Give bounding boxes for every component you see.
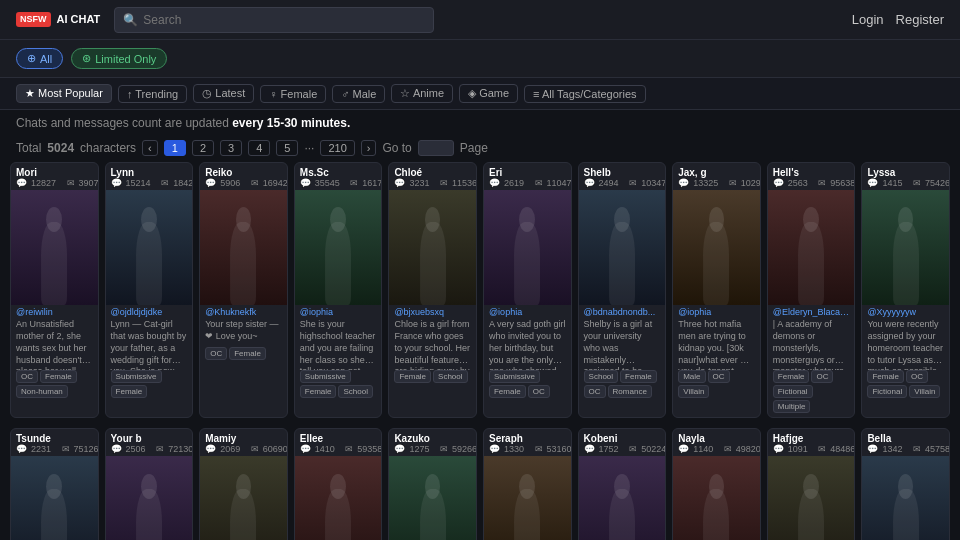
sort-trending[interactable]: ↑ Trending [118,85,187,103]
msg-icon: ✉ [724,444,732,454]
char-image [106,456,193,540]
char-tag[interactable]: Villain [909,385,940,398]
sort-female[interactable]: ♀ Female [260,85,326,103]
page-3[interactable]: 3 [220,140,242,156]
char-stats: 💬2506 ✉72130 [111,444,188,454]
chat-icon: 💬 [16,178,27,188]
char-card[interactable]: Ellee💬1410 ✉59358@XyiophoneQueen Ellee i… [294,428,383,540]
char-tag[interactable]: Female [300,385,337,398]
chat-icon: 💬 [867,178,878,188]
char-tag[interactable]: School [433,370,467,383]
char-name: Tsunde [16,433,93,444]
char-tag[interactable]: School [584,370,618,383]
char-card[interactable]: Lyssa💬1415 ✉75426@XyyyyyywYou were recen… [861,162,950,418]
char-tag[interactable]: Female [867,370,904,383]
char-card[interactable]: Kazuko💬1275 ✉59266@LeftloversReco...You … [388,428,477,540]
next-page[interactable]: › [361,140,377,156]
char-card[interactable]: Seraph💬1330 ✉53160@cuknuknusYou were a v… [483,428,572,540]
char-tag[interactable]: Female [111,385,148,398]
page-210[interactable]: 210 [320,140,354,156]
search-input[interactable] [143,13,425,27]
sort-popular[interactable]: ★ Most Popular [16,84,112,103]
page-5[interactable]: 5 [276,140,298,156]
char-card[interactable]: Reiko💬5906 ✉169424@KhuknekfkYour step si… [199,162,288,418]
prev-page[interactable]: ‹ [142,140,158,156]
char-tag[interactable]: Female [620,370,657,383]
char-card[interactable]: Tsunde💬2231 ✉75126@FartmanequarYour room… [10,428,99,540]
char-card[interactable]: Your b💬2506 ✉72130@iophiaShe's your uncl… [105,428,194,540]
page-4[interactable]: 4 [248,140,270,156]
char-card[interactable]: Shelb💬2494 ✉103476@bdnabdnondb...Shelby … [578,162,667,418]
char-tag[interactable]: OC [708,370,730,383]
page-2[interactable]: 2 [192,140,214,156]
char-stats: 💬1410 ✉59358 [300,444,377,454]
sort-male[interactable]: ♂ Male [332,85,385,103]
sort-all-tags[interactable]: ≡ All Tags/Categories [524,85,645,103]
char-image [579,190,666,305]
char-tag[interactable]: Non-human [16,385,68,398]
char-card[interactable]: Mamiy💬2069 ✉60690@KravygtThe story takes… [199,428,288,540]
chat-icon: 💬 [205,178,216,188]
char-name: Ellee [300,433,377,444]
sort-bar: ★ Most Popular ↑ Trending ◷ Latest ♀ Fem… [0,78,960,110]
char-card[interactable]: Nayla💬1140 ✉49820@iophiaYou're walking o… [672,428,761,540]
char-card[interactable]: Eri💬2619 ✉110478@iophiaA very sad goth g… [483,162,572,418]
char-tag[interactable]: Female [40,370,77,383]
char-card[interactable]: Hell's💬2563 ✉95638@Elderyn_Blacac...| A … [767,162,856,418]
msg-icon: ✉ [345,444,353,454]
char-tag[interactable]: Romance [608,385,652,398]
char-stats: 💬1752 ✉50224 [584,444,661,454]
char-tag[interactable]: Fictional [773,385,813,398]
char-card[interactable]: Jax, g💬13325 ✉102930@iophiaThree hot maf… [672,162,761,418]
char-card[interactable]: Ms.Sc💬35545 ✉161714@iophiaShe is your hi… [294,162,383,418]
register-button[interactable]: Register [896,12,944,27]
msg-icon: ✉ [440,178,448,188]
char-tag[interactable]: OC [906,370,928,383]
char-tag[interactable]: Submissive [111,370,162,383]
filter-all[interactable]: ⊕ All [16,48,63,69]
char-name: Your b [111,433,188,444]
char-card[interactable]: Lynn💬15214 ✉184244@ojdldjdjdkeLynn — Cat… [105,162,194,418]
char-tag[interactable]: Female [229,347,266,360]
search-bar[interactable]: 🔍 [114,7,434,33]
char-tag[interactable]: School [338,385,372,398]
char-tag[interactable]: Female [394,370,431,383]
char-card[interactable]: Kobeni💬1752 ✉50224@kpx3The punching bag … [578,428,667,540]
char-tags: FemaleOCFictionalMultiple [768,370,855,417]
char-stats: 💬1091 ✉48486 [773,444,850,454]
char-tag[interactable]: Male [678,370,705,383]
char-tag[interactable]: Villain [678,385,709,398]
char-tag[interactable]: Female [773,370,810,383]
char-name: Kazuko [394,433,471,444]
char-tag[interactable]: Fictional [867,385,907,398]
char-tag[interactable]: OC [584,385,606,398]
goto-input[interactable] [418,140,454,156]
char-tag[interactable]: Submissive [489,370,540,383]
char-tag[interactable]: OC [205,347,227,360]
sort-latest[interactable]: ◷ Latest [193,84,254,103]
char-tag[interactable]: OC [811,370,833,383]
char-stats: 💬2494 ✉103476 [584,178,661,188]
login-button[interactable]: Login [852,12,884,27]
sort-game[interactable]: ◈ Game [459,84,518,103]
char-tags: OCFemale [200,347,287,364]
char-tag[interactable]: OC [16,370,38,383]
char-card[interactable]: Mori💬12827 ✉390746@reiwilinAn Unsatisfie… [10,162,99,418]
char-card[interactable]: Bella💬1342 ✉45758@nikasdbh12eShe is your… [861,428,950,540]
char-card[interactable]: Hafjge💬1091 ✉48486@iophiaYou're walking … [767,428,856,540]
char-tag[interactable]: Multiple [773,400,811,413]
char-creator: @iophia [484,305,571,319]
filter-limited[interactable]: ⊛ Limited Only [71,48,167,69]
sort-anime[interactable]: ☆ Anime [391,84,453,103]
page-1[interactable]: 1 [164,140,186,156]
char-image [389,190,476,305]
chat-icon: 💬 [584,444,595,454]
char-tag[interactable]: Submissive [300,370,351,383]
char-tag[interactable]: OC [528,385,550,398]
char-tag[interactable]: Female [489,385,526,398]
char-card[interactable]: Chloé💬3231 ✉115360@bjxuebsxqChloe is a g… [388,162,477,418]
chat-icon: 💬 [678,444,689,454]
char-stats: 💬1140 ✉49820 [678,444,755,454]
char-stats: 💬1275 ✉59266 [394,444,471,454]
char-tags: FemaleOCFictionalVillain [862,370,949,402]
